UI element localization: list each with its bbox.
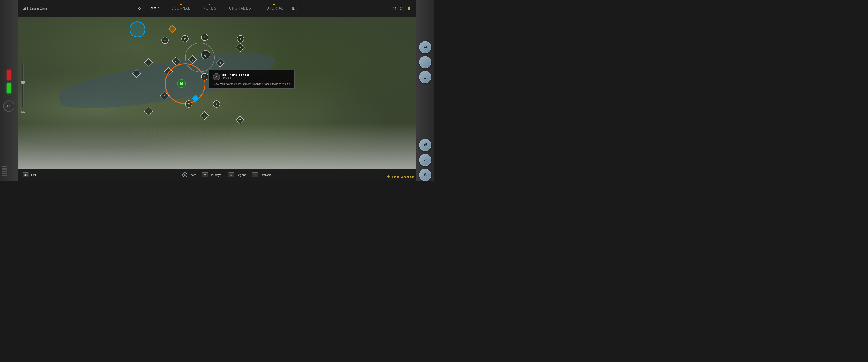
- top-bar-left: Lesser Zone: [23, 6, 48, 10]
- label-exit: Exit: [31, 173, 36, 177]
- nav-tabs: Q Map Journal Notes Upgrades Tutorial E: [136, 4, 298, 12]
- map-fog: [18, 123, 416, 169]
- map-container[interactable]: ◄X2 ◇ ☢ ☢ ☢: [18, 17, 416, 169]
- action-to-player[interactable]: V To player: [202, 172, 222, 177]
- map-icon-7[interactable]: ◇: [173, 58, 180, 64]
- action-untrack[interactable]: F Untrack: [252, 172, 271, 177]
- map-icon-13[interactable]: ☢: [185, 101, 192, 108]
- left-gear-icon: ⚙: [3, 101, 14, 112]
- watermark-star: ✦: [387, 174, 391, 179]
- level-stat: 16: [393, 6, 397, 10]
- map-tooltip: ⚔ FELICE'S STASH STASH Leave your paymen…: [209, 70, 294, 89]
- map-icon-16[interactable]: ◇: [201, 112, 208, 119]
- map-icon-8[interactable]: ◇: [189, 56, 195, 63]
- map-icon-4[interactable]: ☢: [237, 35, 244, 42]
- map-icon-11[interactable]: ◇: [165, 68, 172, 75]
- map-icon-2[interactable]: ☢: [181, 35, 188, 42]
- tab-map[interactable]: Map: [144, 4, 165, 12]
- tooltip-icon: ⚔: [213, 73, 220, 80]
- zoom-handle[interactable]: [22, 81, 25, 84]
- top-bar-right: 16 21 🔋: [393, 6, 411, 10]
- tab-upgrades[interactable]: Upgrades: [223, 4, 257, 12]
- watermark: ✦ THE GAMER: [387, 174, 415, 179]
- watermark-text: THE GAMER: [392, 175, 415, 178]
- right-btn-4[interactable]: ↺: [419, 139, 431, 151]
- player-icon[interactable]: 🏔: [177, 79, 186, 88]
- map-icon-12[interactable]: ◇: [161, 93, 168, 99]
- tooltip-type: STASH: [222, 77, 249, 80]
- right-panel: ↩ ↓ Σ ↺ ↙ S: [416, 0, 434, 181]
- battery-icon: 🔋: [407, 6, 411, 10]
- map-icon-9[interactable]: ◇: [217, 59, 223, 66]
- player-target[interactable]: ◎: [201, 50, 210, 59]
- tooltip-name: FELICE'S STASH: [222, 74, 249, 77]
- map-icon-1[interactable]: ◇: [161, 37, 168, 44]
- key-f: F: [252, 172, 258, 177]
- right-btn-2[interactable]: ↓: [419, 56, 431, 68]
- key-esc: Esc: [23, 172, 29, 177]
- main-content: Lesser Zone Q Map Journal Notes Upgrades: [18, 0, 416, 181]
- tooltip-description: Leave your payment here, and don't even …: [213, 82, 291, 86]
- bottom-bar: Esc Exit 🔍 Zoom V To player L Legend F U…: [18, 169, 416, 181]
- tab-tutorial[interactable]: Tutorial: [257, 4, 290, 12]
- label-to-player: To player: [211, 173, 222, 177]
- action-legend[interactable]: L Legend: [228, 172, 246, 177]
- map-icon-10[interactable]: ◇: [133, 70, 140, 77]
- left-screws: [2, 166, 7, 176]
- key-v: V: [202, 172, 208, 177]
- key-l: L: [228, 172, 235, 177]
- orange-diamond-marker[interactable]: [169, 26, 175, 32]
- label-zoom: Zoom: [189, 173, 196, 177]
- map-icon-3[interactable]: ☢: [201, 34, 209, 41]
- nav-key-q[interactable]: Q: [136, 5, 143, 12]
- action-zoom: 🔍 Zoom: [182, 172, 196, 177]
- label-legend: Legend: [237, 173, 246, 177]
- right-btn-3[interactable]: Σ: [419, 71, 431, 83]
- indicator-green: [7, 83, 11, 93]
- right-btn-6[interactable]: S: [419, 169, 431, 181]
- zone-label: Lesser Zone: [30, 6, 48, 10]
- zoom-icon: 🔍: [182, 172, 187, 177]
- ammo-stat: 21: [400, 6, 404, 10]
- map-icon-15[interactable]: ◇: [145, 108, 152, 114]
- action-exit[interactable]: Esc Exit: [23, 172, 36, 177]
- right-btn-1[interactable]: ↩: [419, 41, 431, 53]
- label-untrack: Untrack: [260, 173, 271, 177]
- left-panel: ⚙: [0, 0, 18, 181]
- right-btn-5[interactable]: ↙: [419, 154, 431, 166]
- zoom-slider[interactable]: ◄X2: [22, 62, 24, 108]
- tab-notes[interactable]: Notes: [196, 4, 223, 12]
- zoom-label: ◄X2: [20, 110, 25, 113]
- tab-journal[interactable]: Journal: [165, 4, 197, 12]
- indicator-red: [7, 70, 11, 80]
- quest-circle: [129, 22, 145, 37]
- map-icon-6[interactable]: ◇: [145, 59, 152, 66]
- signal-bars: [23, 7, 28, 10]
- map-icon-14[interactable]: ☢: [213, 101, 220, 108]
- map-icon-5[interactable]: ◇: [237, 44, 243, 51]
- blue-stash-icon[interactable]: [193, 96, 198, 101]
- top-bar: Lesser Zone Q Map Journal Notes Upgrades: [18, 0, 416, 17]
- map-icon-17[interactable]: ?: [237, 117, 243, 123]
- stash-marker[interactable]: ⚔: [201, 73, 209, 80]
- nav-key-e[interactable]: E: [290, 5, 297, 12]
